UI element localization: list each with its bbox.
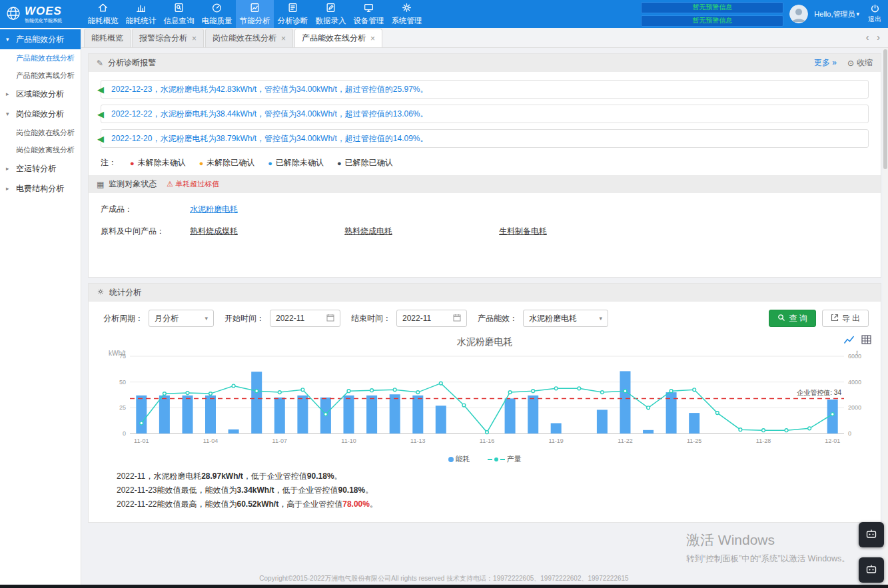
svg-text:11-28: 11-28 [756,438,771,444]
bar-11-25 [689,413,699,434]
chart-title: 水泥粉磨电耗 [94,336,875,351]
bar-11-22 [620,371,631,434]
sidebar-item[interactable]: 产品能效离线分析 [0,67,81,84]
bar-11-05 [228,430,239,434]
status-dot-icon: ● [337,159,342,167]
nav-item-gauge[interactable]: 电能质量 [198,0,236,28]
more-link[interactable]: 更多 » [814,57,837,69]
alert-text: 2022-12-23，水泥粉磨电耗为42.83kWh/t，管控值为34.00kW… [111,84,428,95]
product-select[interactable]: 水泥粉磨电耗 ▾ [523,310,608,327]
close-icon[interactable]: × [192,34,197,43]
chart-view-icon[interactable] [843,335,855,344]
scrollbar[interactable] [883,48,888,585]
tab[interactable]: 产品能效在线分析× [294,29,382,47]
sidebar-item[interactable]: 岗位能效离线分析 [0,141,81,158]
monitor-item[interactable]: 水泥粉磨电耗 [190,204,344,215]
monitor-panel-title: 监测对象状态 [109,178,157,190]
chart-tools [843,335,871,344]
monitor-item[interactable]: 熟料烧成电耗 [344,226,499,237]
monitor-item[interactable]: 生料制备电耗 [499,226,654,237]
export-button[interactable]: 导 出 [822,310,869,327]
diagnosis-alert-row[interactable]: ◀2022-12-22，水泥粉磨电耗为38.44kWh/t，管控值为34.00k… [101,105,869,123]
footer-copyright: Copyright©2015-2022万洲电气股份有限公司All rights … [0,574,888,583]
chart-summary: 2022-11，水泥粉磨电耗28.97kWh/t，低于企业管控值90.18%。2… [89,469,881,522]
bar-11-08 [297,396,308,434]
calendar-icon [326,314,334,324]
alarm-status-legend: 注：●未解除未确认●未解除已确认●已解除未确认●已解除已确认 [89,155,881,175]
filter-actions: 查 询 导 出 [769,310,871,327]
tab-arrows: ‹ › [858,32,888,47]
stats-panel-title: 统计分析 [109,287,141,298]
collapse-toggle[interactable]: ⊙ 收缩 [847,57,873,69]
legend-item-bar[interactable]: 能耗 [448,454,470,464]
search-icon [777,314,785,324]
sidebar-group-product[interactable]: ▾产品能效分析 [0,29,81,49]
sidebar-group-tariff[interactable]: ▸电费结构分析 [0,178,81,198]
tab-label: 报警综合分析 [139,33,187,44]
bar-11-10 [344,396,354,434]
nav-item-analysis[interactable]: 节能分析 [236,0,274,28]
app-logo[interactable]: WOES 智能优化节能系统 [0,5,84,23]
alert-marker-icon: ◀ [97,109,104,119]
service-button[interactable] [859,557,884,583]
alarm-legend-item: ●已解除已确认 [337,157,393,168]
close-icon[interactable]: × [281,34,286,43]
diagnosis-alert-row[interactable]: ◀2022-12-23，水泥粉磨电耗为42.83kWh/t，管控值为34.00k… [101,80,869,99]
logout-button[interactable]: 退出 [865,4,884,24]
tabs-scroll-right-icon[interactable]: › [877,32,880,43]
bar-11-14 [436,406,446,434]
table-view-icon[interactable] [861,335,871,344]
header-alert-banner[interactable]: 暂无预警信息 [641,15,783,27]
legend-item-line[interactable]: 产量 [488,454,522,464]
sidebar-group-post[interactable]: ▾岗位能效分析 [0,104,81,124]
bar-11-06 [251,372,262,434]
tab[interactable]: 报警综合分析× [132,29,204,47]
bar-11-18 [528,396,538,434]
period-select[interactable]: 月分析 ▾ [149,310,214,327]
nav-item-diagnosis[interactable]: 分析诊断 [274,0,312,28]
monitor-row-label: 产成品： [101,204,190,215]
bar-11-11 [366,396,377,434]
tabs-scroll-left-icon[interactable]: ‹ [866,32,869,43]
user-menu[interactable]: Hello,管理员 ▾ [814,9,859,19]
nav-item-device[interactable]: 设备管理 [350,0,388,28]
nav-item-search[interactable]: 信息查询 [160,0,198,28]
bar-11-12 [390,394,400,434]
bar-11-17 [505,398,516,434]
nav-item-entry[interactable]: 数据录入 [312,0,350,28]
header-alert-banner[interactable]: 暂无预警信息 [641,2,783,13]
sidebar-group-region[interactable]: ▸区域能效分析 [0,84,81,104]
monitor-warning-label: 单耗超过标值 [175,179,219,189]
end-date-input[interactable]: 2022-11 [396,310,467,327]
home-icon [97,2,109,15]
bar-11-13 [412,396,423,434]
svg-text:11-16: 11-16 [480,438,494,444]
stats-panel-header: 统计分析 [89,284,881,302]
assistant-button[interactable] [859,522,884,547]
export-icon [831,314,839,324]
tab[interactable]: 能耗概览 [84,29,131,47]
status-dot-icon: ● [130,159,135,167]
nav-item-chart[interactable]: 能耗统计 [122,0,160,28]
status-dot-icon: ● [268,159,272,167]
svg-text:11-07: 11-07 [272,438,287,444]
avatar[interactable] [789,5,808,23]
tab[interactable]: 岗位能效在线分析× [205,29,293,47]
diagnosis-alert-row[interactable]: ◀2022-12-20，水泥粉磨电耗为38.79kWh/t，管控值为34.00k… [101,129,869,148]
scrollbar-thumb[interactable] [883,49,887,169]
monitor-item[interactable]: 熟料烧成煤耗 [190,226,344,237]
bar-11-21 [597,410,608,434]
sidebar-item[interactable]: 岗位能效在线分析 [0,124,81,141]
svg-text:12-01: 12-01 [825,438,840,444]
nav-item-system[interactable]: 系统管理 [388,0,426,28]
close-icon[interactable]: × [370,34,375,43]
query-button[interactable]: 查 询 [769,310,815,327]
alert-banners: 暂无预警信息暂无预警信息 [641,2,783,27]
sidebar-item[interactable]: 产品能效在线分析 [0,49,81,67]
logo-subtitle: 智能优化节能系统 [25,18,62,23]
start-date-input[interactable]: 2022-11 [270,310,340,327]
alert-marker-icon: ◀ [97,134,104,144]
svg-text:11-04: 11-04 [203,438,218,444]
sidebar-group-idle[interactable]: ▸空运转分析 [0,158,81,178]
nav-item-home[interactable]: 能耗概览 [84,0,122,28]
